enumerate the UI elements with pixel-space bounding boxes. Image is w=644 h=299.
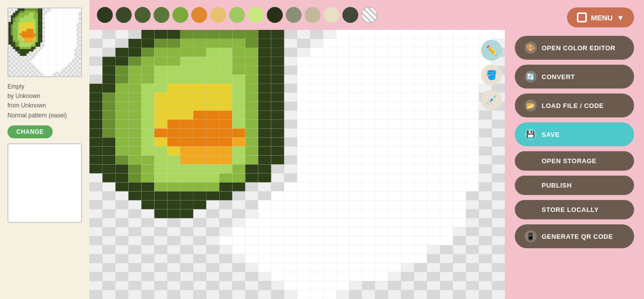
menu-label: MENU: [591, 13, 613, 22]
pattern-type: Normal pattern (easel): [7, 111, 82, 120]
pattern-title: Empty: [7, 82, 82, 92]
palette-color-c2[interactable]: [116, 7, 132, 23]
menu-icon: [577, 12, 587, 22]
palette-color-c6[interactable]: [191, 7, 207, 23]
convert-button[interactable]: 🔄 CONVERT: [515, 65, 634, 89]
palette-color-c1[interactable]: [97, 7, 113, 23]
convert-label: CONVERT: [542, 73, 575, 81]
save-icon: 💾: [525, 128, 537, 140]
pattern-author: by Unknown: [7, 92, 82, 101]
load-file-code-label: LOAD FILE / CODE: [542, 102, 604, 109]
left-panel: Empty by Unknown from Unknown Normal pat…: [0, 0, 89, 299]
center-panel: [89, 0, 505, 299]
menu-button[interactable]: MENU ▼: [567, 7, 634, 27]
store-locally-button[interactable]: STORE LOCALLY: [515, 200, 634, 219]
convert-icon: 🔄: [525, 71, 537, 83]
pattern-source: from Unknown: [7, 101, 82, 110]
palette-color-c12[interactable]: [305, 7, 321, 23]
palette-color-c3[interactable]: [135, 7, 151, 23]
palette-color-c11[interactable]: [286, 7, 302, 23]
palette-color-c9[interactable]: [248, 7, 264, 23]
preview-image: [7, 7, 82, 77]
preview-canvas: [8, 8, 81, 76]
buttons-group: 🎨 OPEN COLOR EDITOR 🔄 CONVERT 📂 LOAD FIL…: [515, 35, 634, 248]
save-label: SAVE: [542, 131, 560, 138]
storage-box: [7, 143, 82, 223]
palette-eraser[interactable]: [361, 7, 377, 23]
load-icon: 📂: [525, 100, 537, 111]
pattern-info: Empty by Unknown from Unknown Normal pat…: [7, 82, 82, 120]
save-button[interactable]: 💾 SAVE: [515, 122, 634, 146]
palette-color-c7[interactable]: [210, 7, 226, 23]
palette-color-c8[interactable]: [229, 7, 245, 23]
main-canvas[interactable]: [89, 30, 505, 299]
palette-color-c13[interactable]: [323, 7, 339, 23]
store-locally-label: STORE LOCALLY: [542, 206, 599, 213]
palette-color-c10[interactable]: [267, 7, 283, 23]
picker-tool[interactable]: 💉: [481, 90, 502, 110]
pencil-tool[interactable]: ✏️: [481, 40, 502, 61]
load-file-code-button[interactable]: 📂 LOAD FILE / CODE: [515, 94, 634, 117]
palette-color-c5[interactable]: [172, 7, 188, 23]
open-storage-label: OPEN STORAGE: [542, 157, 597, 165]
generate-qr-button[interactable]: 📱 GENERATE QR CODE: [515, 224, 634, 248]
open-storage-button[interactable]: OPEN STORAGE: [515, 151, 634, 171]
color-palette-bar: [89, 0, 505, 30]
palette-color-c4[interactable]: [154, 7, 169, 23]
color-editor-icon: 🎨: [525, 42, 537, 54]
open-color-editor-button[interactable]: 🎨 OPEN COLOR EDITOR: [515, 36, 634, 60]
tool-sidebar: ✏️ 🪣 💉: [481, 40, 502, 110]
generate-qr-label: GENERATE QR CODE: [542, 233, 613, 240]
menu-chevron: ▼: [617, 13, 624, 22]
publish-label: PUBLISH: [542, 182, 572, 189]
right-panel: MENU ▼ ✏️ 🪣 💉 🎨 OPEN COLOR EDITOR 🔄 CONV…: [505, 0, 644, 299]
publish-button[interactable]: PUBLISH: [515, 176, 634, 195]
palette-color-c14[interactable]: [342, 7, 358, 23]
fill-tool[interactable]: 🪣: [481, 65, 502, 86]
pixel-canvas-area[interactable]: [89, 30, 505, 299]
open-color-editor-label: OPEN COLOR EDITOR: [542, 44, 615, 52]
change-button[interactable]: CHANGE: [7, 125, 53, 138]
qr-icon: 📱: [525, 230, 537, 242]
